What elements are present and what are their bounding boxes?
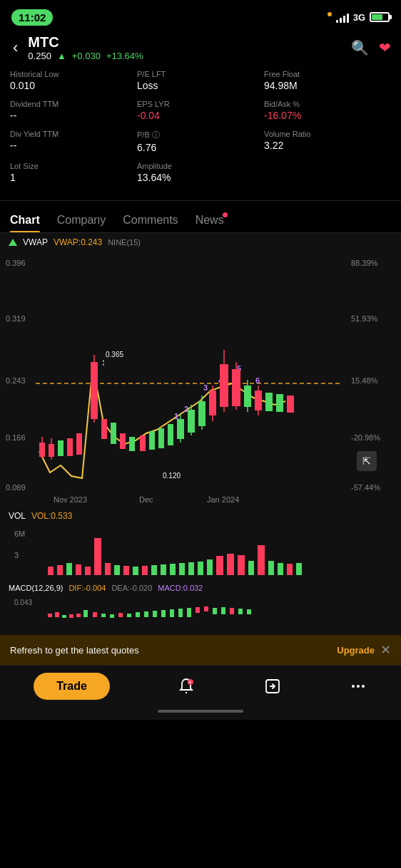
svg-rect-102 (136, 612, 140, 617)
svg-rect-73 (142, 566, 148, 575)
svg-rect-104 (153, 611, 157, 617)
stat-free-float: Free Float 94.98M (264, 70, 391, 91)
upgrade-button[interactable]: Upgrade (337, 645, 375, 656)
stat-eps-lyr: EPS LYR -0.04 (137, 100, 264, 121)
svg-rect-107 (178, 609, 183, 617)
stat-value: 13.64% (137, 172, 264, 183)
svg-rect-83 (238, 555, 245, 575)
svg-rect-19 (67, 438, 73, 456)
svg-rect-82 (227, 554, 234, 575)
svg-rect-114 (238, 609, 243, 614)
vwap-label: VWAP (23, 237, 48, 247)
macd-title: MACD(12,26,9) (9, 584, 63, 592)
svg-rect-69 (105, 563, 111, 575)
svg-rect-109 (196, 607, 200, 613)
svg-rect-80 (207, 559, 213, 575)
svg-text:0.043: 0.043 (14, 599, 32, 606)
tab-company[interactable]: Company (57, 207, 106, 232)
stat-label: Free Float (264, 70, 391, 78)
svg-rect-88 (287, 564, 293, 575)
status-right: 3G (328, 11, 390, 23)
svg-rect-95 (76, 614, 81, 617)
stat-value: -0.04 (137, 110, 264, 121)
trade-button[interactable]: Trade (34, 673, 110, 700)
tab-chart[interactable]: Chart (10, 207, 40, 232)
share-button[interactable] (263, 677, 282, 696)
price-arrow: ▲ (57, 51, 66, 61)
search-icon[interactable]: 🔍 (351, 39, 369, 56)
header-title: MTC 0.250 ▲ +0.030 +13.64% (28, 34, 344, 61)
home-bar (158, 710, 243, 713)
stat-value: 1 (10, 172, 137, 183)
svg-text:0.166: 0.166 (6, 433, 26, 442)
svg-rect-76 (170, 564, 176, 575)
svg-text:Jan 2024: Jan 2024 (207, 495, 239, 504)
svg-rect-67 (85, 567, 91, 575)
svg-rect-91 (48, 614, 52, 617)
svg-rect-64 (57, 565, 63, 575)
back-button[interactable]: ‹ (10, 36, 21, 60)
stat-value: 3.22 (264, 140, 391, 151)
close-notif-button[interactable]: ✕ (380, 642, 391, 658)
macd-val: MACD:0.032 (158, 584, 203, 592)
svg-rect-94 (69, 614, 73, 618)
nine-label: NINE(15) (108, 238, 141, 247)
stat-label: Dividend TTM (10, 100, 137, 108)
header: ‹ MTC 0.250 ▲ +0.030 +13.64% 🔍 ❤ (0, 31, 401, 67)
tab-news[interactable]: News (196, 207, 224, 232)
stat-label: Amplitude (137, 162, 264, 170)
notif-text: Refresh to get the latest quotes (10, 645, 331, 656)
stats-row-3: Lot Size 1 Amplitude 13.64% (10, 162, 391, 183)
svg-rect-18 (58, 440, 64, 456)
svg-rect-75 (161, 564, 166, 575)
heart-icon[interactable]: ❤ (379, 39, 391, 56)
stat-label: Div Yield TTM (10, 130, 137, 138)
alert-button[interactable]: + (177, 677, 196, 696)
stat-label: Historical Low (10, 70, 137, 78)
home-indicator (0, 706, 401, 720)
svg-rect-86 (268, 561, 274, 575)
tab-comments[interactable]: Comments (123, 207, 178, 232)
stat-dividend-ttm: Dividend TTM -- (10, 100, 137, 121)
svg-rect-26 (129, 437, 135, 451)
svg-rect-101 (127, 614, 131, 617)
svg-text:-57.44%: -57.44% (351, 483, 380, 492)
svg-rect-77 (179, 563, 185, 575)
svg-point-122 (362, 685, 365, 688)
macd-dea: DEA:-0.020 (111, 584, 152, 592)
svg-rect-25 (120, 433, 126, 449)
signal-dot (328, 12, 332, 16)
macd-section: MACD(12,26,9) DIF:-0.004 DEA:-0.020 MACD… (0, 581, 401, 635)
svg-rect-27 (140, 435, 146, 451)
battery (370, 12, 390, 22)
svg-text:0.243: 0.243 (6, 376, 26, 385)
svg-rect-54 (276, 394, 283, 412)
vol-label-row: VOL VOL:0.533 (9, 511, 392, 521)
svg-rect-105 (161, 610, 166, 617)
stat-lot-size: Lot Size 1 (10, 162, 137, 183)
svg-rect-72 (133, 567, 138, 575)
stat-value: -- (10, 140, 137, 151)
svg-rect-65 (66, 563, 72, 575)
stats-row-2: Div Yield TTM -- P/B ⓘ 6.76 Volume Ratio… (10, 130, 391, 153)
stat-volume-ratio: Volume Ratio 3.22 (264, 130, 391, 153)
stat-empty (264, 162, 391, 183)
price-change-pct: +13.64% (106, 51, 143, 61)
svg-text:15.48%: 15.48% (351, 376, 378, 385)
svg-rect-113 (230, 608, 234, 614)
price-change: +0.030 (72, 51, 101, 61)
header-icons: 🔍 ❤ (351, 39, 391, 56)
svg-rect-29 (158, 428, 164, 448)
vwap-toggle-icon[interactable] (9, 239, 17, 246)
news-notification-dot (223, 212, 228, 217)
svg-rect-99 (110, 614, 114, 618)
svg-text:0.319: 0.319 (6, 314, 26, 323)
stat-value: -- (10, 110, 137, 121)
stat-value: -16.07% (264, 110, 391, 121)
svg-rect-24 (111, 423, 116, 444)
more-button[interactable] (349, 677, 367, 696)
svg-rect-30 (168, 424, 173, 445)
svg-text:0.120: 0.120 (163, 472, 181, 480)
stat-label: P/E LFT (137, 70, 264, 78)
chart-svg-wrapper[interactable]: 0.396 0.319 0.243 0.166 0.089 88.39% 51.… (0, 252, 401, 508)
